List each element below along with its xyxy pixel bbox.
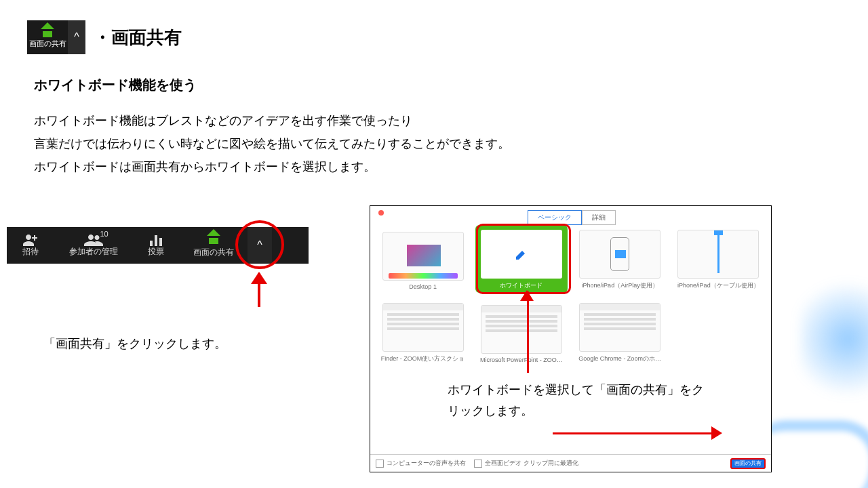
zoom-toolbar: 招待 10 参加者の管理 投票 画面の共有 ^ <box>7 227 309 264</box>
toolbar-share-caret-icon[interactable]: ^ <box>248 227 272 264</box>
desktop-thumb-icon <box>382 232 464 281</box>
whiteboard-thumb-icon <box>481 230 562 279</box>
tile-chrome[interactable]: Google Chrome - Zoomのホ… <box>574 298 666 366</box>
tile-finder[interactable]: Finder - ZOOM使い方スクショ <box>377 298 469 366</box>
tile-desktop[interactable]: Desktop 1 <box>377 225 469 293</box>
tile-ppt-label: Microsoft PowerPoint - ZOO… <box>480 357 563 363</box>
body-paragraph: ホワイトボード機能はブレストなどのアイデアを出す作業で使ったり 言葉だけでは伝わ… <box>34 109 576 179</box>
tile-whiteboard-label: ホワイトボード <box>500 281 542 290</box>
window-close-dot-icon[interactable] <box>378 210 384 216</box>
share-up-arrow-icon <box>206 233 221 244</box>
toolbar-poll-button[interactable]: 投票 <box>132 227 180 264</box>
toolbar-share-button[interactable]: 画面の共有 <box>180 227 248 264</box>
checkbox-share-audio-label: コンピューターの音声を共有 <box>387 459 466 468</box>
share-confirm-button[interactable]: 画面の共有 <box>730 458 766 469</box>
finder-thumb-icon <box>382 303 464 352</box>
share-pill-caret-icon: ^ <box>68 20 85 54</box>
tile-airplay[interactable]: iPhone/iPad（AirPlay使用） <box>574 225 666 293</box>
participants-count-badge: 10 <box>100 230 108 238</box>
bar-chart-icon <box>150 234 162 246</box>
toolbar-poll-label: 投票 <box>148 246 164 258</box>
svg-rect-1 <box>32 237 37 239</box>
tab-basic[interactable]: ベーシック <box>528 210 582 225</box>
toolbar-participants-label: 参加者の管理 <box>69 246 118 258</box>
tile-powerpoint[interactable]: Microsoft PowerPoint - ZOO… <box>475 298 567 366</box>
checkbox-share-audio[interactable] <box>376 460 384 468</box>
share-screen-pill: 画面の共有 ^ <box>27 20 85 54</box>
section-subtitle: ホワイトボード機能を使う <box>34 76 868 94</box>
toolbar-share-label: 画面の共有 <box>193 247 234 258</box>
share-up-arrow-icon <box>40 26 55 37</box>
tile-desktop-label: Desktop 1 <box>409 283 437 290</box>
page-title: ・画面共有 <box>94 26 182 49</box>
caption-step2: ホワイトボードを選択して「画面の共有」をクリックします。 <box>448 380 705 421</box>
tile-cable[interactable]: iPhone/iPad（ケーブル使用） <box>673 225 764 293</box>
tile-chrome-label: Google Chrome - Zoomのホ… <box>578 354 661 363</box>
airplay-thumb-icon <box>579 230 660 279</box>
invite-icon <box>23 234 38 246</box>
checkbox-optimize-video[interactable] <box>474 460 482 468</box>
tile-whiteboard[interactable]: ホワイトボード <box>475 225 567 293</box>
toolbar-invite-label: 招待 <box>22 246 39 258</box>
tile-cable-label: iPhone/iPad（ケーブル使用） <box>677 281 760 290</box>
checkbox-optimize-video-label: 全画面ビデオ クリップ用に最適化 <box>485 459 578 468</box>
tile-finder-label: Finder - ZOOM使い方スクショ <box>381 354 465 363</box>
chrome-thumb-icon <box>579 303 660 352</box>
caption-step1: 「画面共有」をクリックします。 <box>43 336 226 352</box>
tab-advanced[interactable]: 詳細 <box>582 210 616 225</box>
tile-airplay-label: iPhone/iPad（AirPlay使用） <box>582 281 658 290</box>
toolbar-participants-button[interactable]: 10 参加者の管理 <box>54 227 132 264</box>
cable-thumb-icon <box>677 230 759 279</box>
ppt-thumb-icon <box>481 305 562 354</box>
toolbar-invite-button[interactable]: 招待 <box>7 227 54 264</box>
share-pill-label: 画面の共有 <box>29 39 66 49</box>
